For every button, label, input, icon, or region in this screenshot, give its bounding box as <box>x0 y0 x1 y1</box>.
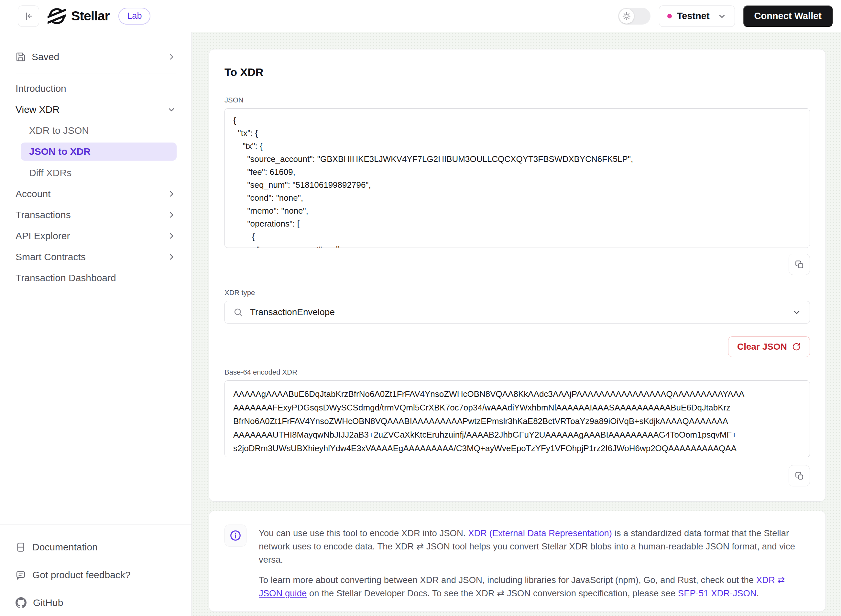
chevron-right-icon <box>167 52 176 62</box>
sidebar-link-label: Got product feedback? <box>32 569 131 581</box>
sidebar-item-label: Diff XDRs <box>29 167 72 178</box>
github-icon <box>16 597 26 608</box>
network-name: Testnet <box>677 11 710 21</box>
sidebar-link-label: Documentation <box>32 542 98 553</box>
sidebar-item-saved[interactable]: Saved <box>16 47 176 67</box>
clear-json-button[interactable]: Clear JSON <box>728 336 810 357</box>
sidebar-item-label: Transaction Dashboard <box>16 273 116 283</box>
sidebar-item-smart-contracts[interactable]: Smart Contracts <box>0 246 191 267</box>
chevron-right-icon <box>167 189 176 198</box>
sidebar-item-account[interactable]: Account <box>0 183 191 204</box>
message-square-icon <box>16 570 26 580</box>
sidebar-item-label: Smart Contracts <box>16 251 86 263</box>
collapse-sidebar-button[interactable] <box>18 6 39 27</box>
info-text-segment: You can use use this tool to encode XDR … <box>259 528 468 538</box>
sidebar-item-label: Account <box>16 188 50 199</box>
sidebar-item-json-to-xdr[interactable]: JSON to XDR <box>21 142 176 161</box>
json-label: JSON <box>225 97 810 104</box>
sidebar-item-transaction-dashboard[interactable]: Transaction Dashboard <box>0 267 191 288</box>
search-icon <box>233 307 243 317</box>
info-text-segment: on the Stellar Developer Docs. To see th… <box>307 588 678 598</box>
chevron-down-icon <box>717 12 726 21</box>
brand[interactable]: Stellar <box>47 7 109 25</box>
sidebar-item-diff-xdrs[interactable]: Diff XDRs <box>0 162 191 183</box>
copy-icon <box>794 471 804 481</box>
stellar-logo-icon <box>47 7 66 25</box>
copy-base64-button[interactable] <box>789 465 810 486</box>
network-selector[interactable]: Testnet <box>659 6 735 27</box>
sidebar-item-introduction[interactable]: Introduction <box>0 78 191 99</box>
info-icon-tile <box>225 525 247 547</box>
sep-51-link[interactable]: SEP-51 XDR-JSON <box>678 588 757 598</box>
theme-toggle-knob <box>619 9 634 23</box>
sidebar-link-github[interactable]: GitHub <box>16 597 176 608</box>
theme-toggle[interactable] <box>618 8 650 25</box>
to-xdr-card: To XDR JSON { "tx": { "tx": { "source_ac… <box>209 49 826 502</box>
copy-json-button[interactable] <box>789 254 810 275</box>
sidebar-divider <box>16 73 176 73</box>
sidebar-item-api-explorer[interactable]: API Explorer <box>0 225 191 246</box>
refresh-icon <box>792 342 801 351</box>
xdr-type-value: TransactionEnvelope <box>250 307 335 317</box>
panel-collapse-icon <box>24 11 33 21</box>
brand-name: Stellar <box>71 9 109 23</box>
base64-output[interactable]: AAAAAgAAAABuE6DqJtabKrzBfrNo6A0Zt1FrFAV4… <box>225 380 810 457</box>
sidebar: Saved Introduction View XDR XDR to JSON … <box>0 32 192 616</box>
top-header: Stellar Lab Testnet Connect Wallet <box>0 0 841 32</box>
sidebar-item-label: Transactions <box>16 210 71 220</box>
sidebar-item-label: XDR to JSON <box>29 125 89 136</box>
info-paragraph-2: To learn more about converting between X… <box>259 573 810 600</box>
sidebar-item-label: JSON to XDR <box>29 146 91 157</box>
info-text: You can use use this tool to encode XDR … <box>259 519 810 600</box>
info-text-segment: To learn more about converting between X… <box>259 575 756 585</box>
sidebar-footer: Documentation Got product feedback? <box>0 525 191 616</box>
stellar-lab-app: Stellar Lab Testnet Connect Wallet <box>0 0 841 616</box>
network-status-dot <box>667 14 672 18</box>
sidebar-item-label: View XDR <box>16 104 60 115</box>
chevron-right-icon <box>167 232 176 241</box>
lab-badge: Lab <box>118 8 150 25</box>
info-paragraph-1: You can use use this tool to encode XDR … <box>259 527 810 566</box>
sidebar-item-label: Saved <box>32 51 59 62</box>
sidebar-item-transactions[interactable]: Transactions <box>0 204 191 225</box>
sidebar-link-documentation[interactable]: Documentation <box>16 542 176 553</box>
sidebar-item-label: Introduction <box>16 83 66 94</box>
clear-json-label: Clear JSON <box>737 342 787 352</box>
chevron-right-icon <box>167 252 176 261</box>
chevron-down-icon <box>167 105 176 114</box>
book-icon <box>16 542 26 552</box>
sidebar-item-xdr-to-json[interactable]: XDR to JSON <box>0 120 191 141</box>
info-card: You can use use this tool to encode XDR … <box>209 510 826 612</box>
page-title: To XDR <box>225 66 810 79</box>
base64-label: Base-64 encoded XDR <box>225 369 810 376</box>
connect-wallet-button[interactable]: Connect Wallet <box>743 6 832 27</box>
sidebar-item-label: API Explorer <box>16 230 70 241</box>
json-input[interactable]: { "tx": { "tx": { "source_account": "GBX… <box>225 108 810 248</box>
sidebar-item-view-xdr[interactable]: View XDR <box>0 99 191 120</box>
sidebar-link-feedback[interactable]: Got product feedback? <box>16 569 176 581</box>
info-icon <box>229 529 242 542</box>
sun-icon <box>622 12 631 21</box>
chevron-down-icon <box>792 308 801 317</box>
save-icon <box>16 52 26 62</box>
xdr-type-select[interactable]: TransactionEnvelope <box>225 301 810 324</box>
main-content: To XDR JSON { "tx": { "tx": { "source_ac… <box>192 32 841 616</box>
info-text-segment: . <box>757 588 759 598</box>
chevron-right-icon <box>167 210 176 220</box>
xdr-representation-link[interactable]: XDR (External Data Representation) <box>468 528 612 538</box>
xdr-type-label: XDR type <box>225 289 810 296</box>
sidebar-link-label: GitHub <box>33 597 63 608</box>
copy-icon <box>794 260 804 269</box>
